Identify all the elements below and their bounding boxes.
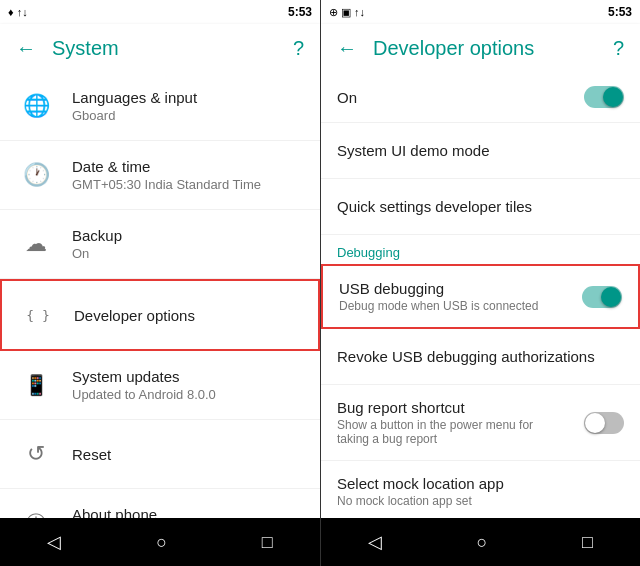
left-back-button[interactable]: ← xyxy=(16,37,36,60)
quick-settings-title: Quick settings developer tiles xyxy=(337,198,624,215)
settings-item-backup[interactable]: ☁ Backup On xyxy=(0,210,320,279)
usb-debugging-subtitle: Debug mode when USB is connected xyxy=(339,299,569,313)
usb-debugging-title: USB debugging xyxy=(339,280,582,297)
updates-title: System updates xyxy=(72,368,216,385)
usb-debugging-toggle[interactable] xyxy=(582,286,622,308)
about-title: About phone xyxy=(72,506,157,518)
bug-report-title: Bug report shortcut xyxy=(337,399,584,416)
left-top-bar: ← System ? xyxy=(0,24,320,72)
languages-subtitle: Gboard xyxy=(72,108,197,123)
right-page-title: Developer options xyxy=(373,37,597,60)
left-phone-panel: ♦ ↑↓ 5:53 ← System ? 🌐 Languages & input… xyxy=(0,0,320,566)
settings-item-languages[interactable]: 🌐 Languages & input Gboard xyxy=(0,72,320,141)
right-recents-nav[interactable]: □ xyxy=(562,524,613,561)
dev-on-row[interactable]: On xyxy=(321,72,640,123)
left-help-icon[interactable]: ? xyxy=(293,37,304,60)
right-phone-panel: ⊕ ▣ ↑↓ 5:53 ← Developer options ? On Sys… xyxy=(320,0,640,566)
right-status-bar: ⊕ ▣ ↑↓ 5:53 xyxy=(321,0,640,24)
settings-item-datetime[interactable]: 🕐 Date & time GMT+05:30 India Standard T… xyxy=(0,141,320,210)
clock-icon: 🕐 xyxy=(16,155,56,195)
globe-icon: 🌐 xyxy=(16,86,56,126)
left-status-right: 5:53 xyxy=(288,5,312,19)
right-top-bar: ← Developer options ? xyxy=(321,24,640,72)
left-status-time: 5:53 xyxy=(288,5,312,19)
dev-item-bug-report[interactable]: Bug report shortcut Show a button in the… xyxy=(321,385,640,461)
updates-icon: 📱 xyxy=(16,365,56,405)
left-status-signal: ♦ ↑↓ xyxy=(8,6,28,18)
right-back-nav[interactable]: ◁ xyxy=(348,523,402,561)
left-home-nav[interactable]: ○ xyxy=(136,524,187,561)
developer-icon: { } xyxy=(18,295,58,335)
dev-item-usb-debugging[interactable]: USB debugging Debug mode when USB is con… xyxy=(321,264,640,329)
left-nav-bar: ◁ ○ □ xyxy=(0,518,320,566)
datetime-subtitle: GMT+05:30 India Standard Time xyxy=(72,177,261,192)
dev-item-system-ui[interactable]: System UI demo mode xyxy=(321,123,640,179)
right-help-icon[interactable]: ? xyxy=(613,37,624,60)
right-back-button[interactable]: ← xyxy=(337,37,357,60)
right-dev-list: On System UI demo mode Quick settings de… xyxy=(321,72,640,518)
backup-title: Backup xyxy=(72,227,122,244)
usb-debugging-toggle-thumb xyxy=(601,287,621,307)
dev-item-quick-settings[interactable]: Quick settings developer tiles xyxy=(321,179,640,235)
mock-location-title: Select mock location app xyxy=(337,475,624,492)
left-recents-nav[interactable]: □ xyxy=(242,524,293,561)
settings-item-about[interactable]: ⓘ About phone Nexus 5X xyxy=(0,489,320,518)
settings-item-updates[interactable]: 📱 System updates Updated to Android 8.0.… xyxy=(0,351,320,420)
settings-item-developer[interactable]: { } Developer options xyxy=(0,279,320,351)
dev-item-mock-location[interactable]: Select mock location app No mock locatio… xyxy=(321,461,640,518)
left-page-title: System xyxy=(52,37,277,60)
dev-item-revoke-usb[interactable]: Revoke USB debugging authorizations xyxy=(321,329,640,385)
left-status-bar: ♦ ↑↓ 5:53 xyxy=(0,0,320,24)
right-status-signal: ⊕ ▣ ↑↓ xyxy=(329,6,365,19)
backup-icon: ☁ xyxy=(16,224,56,264)
right-status-time: 5:53 xyxy=(608,5,632,19)
dev-on-toggle-thumb xyxy=(603,87,623,107)
dev-on-toggle[interactable] xyxy=(584,86,624,108)
system-ui-title: System UI demo mode xyxy=(337,142,624,159)
backup-subtitle: On xyxy=(72,246,122,261)
revoke-usb-title: Revoke USB debugging authorizations xyxy=(337,348,624,365)
bug-report-subtitle: Show a button in the power menu for taki… xyxy=(337,418,567,446)
settings-item-reset[interactable]: ↺ Reset xyxy=(0,420,320,489)
right-status-right: 5:53 xyxy=(608,5,632,19)
bug-report-toggle[interactable] xyxy=(584,412,624,434)
left-back-nav[interactable]: ◁ xyxy=(27,523,81,561)
reset-title: Reset xyxy=(72,446,111,463)
right-nav-bar: ◁ ○ □ xyxy=(321,518,640,566)
reset-icon: ↺ xyxy=(16,434,56,474)
datetime-title: Date & time xyxy=(72,158,261,175)
about-icon: ⓘ xyxy=(16,503,56,518)
mock-location-subtitle: No mock location app set xyxy=(337,494,567,508)
right-status-icons-left: ⊕ ▣ ↑↓ xyxy=(329,6,365,19)
developer-title: Developer options xyxy=(74,307,195,324)
dev-on-label: On xyxy=(337,89,357,106)
left-status-icons: ♦ ↑↓ xyxy=(8,6,28,18)
debugging-section-header: Debugging xyxy=(321,235,640,264)
updates-subtitle: Updated to Android 8.0.0 xyxy=(72,387,216,402)
bug-report-toggle-thumb xyxy=(585,413,605,433)
languages-title: Languages & input xyxy=(72,89,197,106)
right-home-nav[interactable]: ○ xyxy=(457,524,508,561)
left-settings-list: 🌐 Languages & input Gboard 🕐 Date & time… xyxy=(0,72,320,518)
